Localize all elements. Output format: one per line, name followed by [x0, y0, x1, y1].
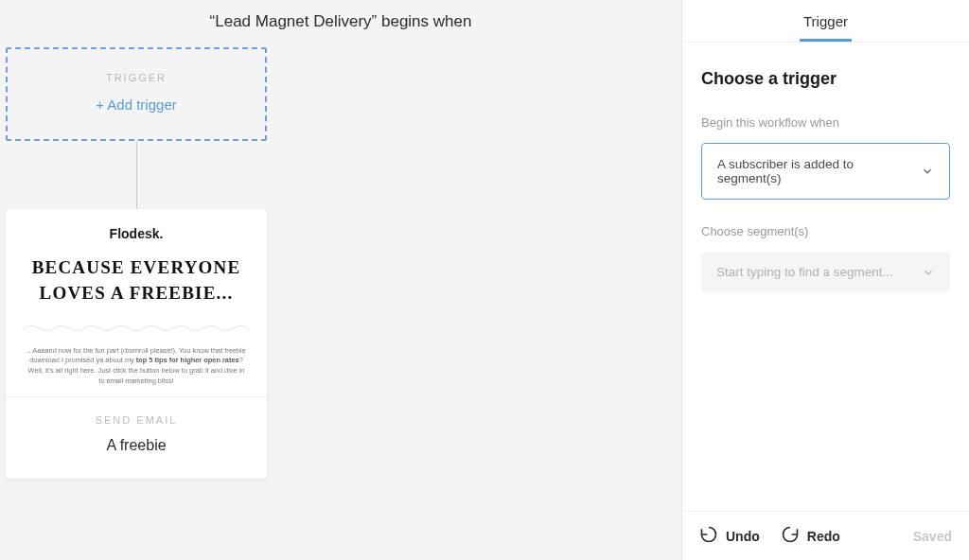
trigger-label: TRIGGER: [17, 72, 255, 83]
preview-logo: Flodesk.: [25, 226, 248, 241]
panel-footer: Undo Redo Saved: [682, 511, 969, 560]
redo-label: Redo: [807, 529, 840, 544]
wave-divider-icon: [25, 324, 248, 333]
panel-tabs: Trigger: [682, 0, 969, 43]
add-trigger-link[interactable]: + Add trigger: [17, 96, 255, 113]
panel-body: Choose a trigger Begin this workflow whe…: [682, 43, 969, 511]
email-card-footer: SEND EMAIL A freebie: [6, 396, 267, 479]
saved-status: Saved: [913, 529, 952, 544]
preview-headline: BECAUSE EVERYONE LOVES A FREEBIE...: [25, 254, 248, 306]
trigger-type-select[interactable]: A subscriber is added to segment(s): [701, 143, 950, 200]
chevron-down-icon: [922, 266, 935, 279]
trigger-placeholder-block[interactable]: TRIGGER + Add trigger: [6, 47, 267, 141]
email-name: A freebie: [15, 437, 257, 454]
workflow-title: “Lead Magnet Delivery” begins when: [208, 9, 473, 34]
segment-placeholder: Start typing to find a segment...: [716, 265, 893, 279]
redo-button[interactable]: Redo: [781, 525, 840, 547]
email-step-card[interactable]: Flodesk. BECAUSE EVERYONE LOVES A FREEBI…: [6, 209, 267, 479]
choose-segments-label: Choose segment(s): [701, 224, 950, 238]
segment-search-input[interactable]: Start typing to find a segment...: [701, 252, 950, 292]
preview-body-text: ...Aaaand now for the fun part (drumroll…: [25, 346, 248, 387]
redo-icon: [781, 525, 800, 547]
panel-heading: Choose a trigger: [701, 69, 950, 89]
connector-line: [136, 141, 137, 209]
begin-when-label: Begin this workflow when: [701, 115, 950, 130]
tab-trigger[interactable]: Trigger: [800, 13, 852, 42]
send-email-label: SEND EMAIL: [15, 414, 257, 426]
undo-label: Undo: [726, 529, 760, 544]
trigger-type-value: A subscriber is added to segment(s): [717, 157, 921, 185]
chevron-down-icon: [921, 165, 934, 178]
side-panel: Trigger Choose a trigger Begin this work…: [681, 0, 969, 560]
undo-button[interactable]: Undo: [699, 525, 760, 547]
email-preview: Flodesk. BECAUSE EVERYONE LOVES A FREEBI…: [6, 209, 267, 396]
undo-icon: [699, 525, 718, 547]
workflow-canvas: “Lead Magnet Delivery” begins when TRIGG…: [0, 0, 681, 560]
preview-body-bold: top 5 tips for higher open rates: [136, 356, 239, 364]
